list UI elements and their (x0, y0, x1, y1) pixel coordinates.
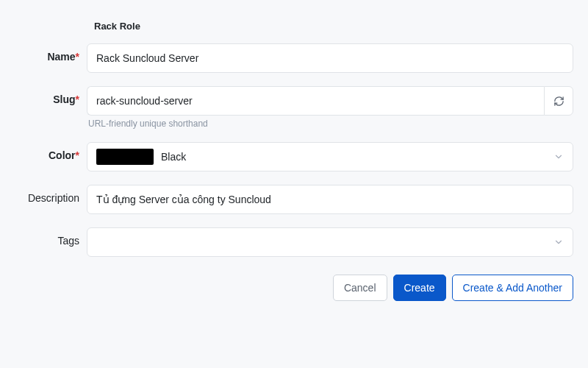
field-slug: URL-friendly unique shorthand (87, 86, 573, 129)
cancel-button[interactable]: Cancel (333, 275, 387, 301)
name-input[interactable] (87, 43, 573, 73)
label-name-text: Name (47, 51, 75, 63)
label-name: Name* (0, 43, 87, 63)
create-button[interactable]: Create (393, 275, 446, 301)
slug-regenerate-button[interactable] (544, 86, 573, 116)
row-color: Color* Black (0, 142, 573, 171)
row-slug: Slug* URL-friendly unique shorthand (0, 86, 573, 129)
label-slug-text: Slug (53, 93, 75, 105)
row-tags: Tags (0, 227, 573, 257)
color-select-label: Black (161, 151, 553, 163)
label-color: Color* (0, 142, 87, 161)
section-title: Rack Role (94, 21, 573, 32)
color-swatch (96, 149, 154, 165)
row-description: Description (0, 185, 573, 214)
field-tags (87, 227, 573, 257)
description-input[interactable] (87, 185, 573, 214)
field-name (87, 43, 573, 73)
refresh-icon (553, 96, 564, 107)
label-description: Description (0, 185, 87, 204)
label-tags-text: Tags (57, 235, 79, 247)
slug-help-text: URL-friendly unique shorthand (88, 118, 573, 129)
required-marker: * (76, 149, 79, 161)
tags-select[interactable] (87, 227, 573, 257)
field-color: Black (87, 142, 573, 171)
row-name: Name* (0, 43, 573, 73)
label-tags: Tags (0, 227, 87, 247)
color-select[interactable]: Black (87, 142, 573, 171)
slug-input[interactable] (87, 86, 544, 116)
chevron-down-icon (553, 237, 564, 247)
required-marker: * (76, 93, 79, 105)
slug-input-group (87, 86, 573, 116)
create-add-another-button[interactable]: Create & Add Another (452, 275, 573, 301)
label-slug: Slug* (0, 86, 87, 105)
required-marker: * (76, 51, 79, 63)
label-description-text: Description (28, 192, 79, 204)
chevron-down-icon (553, 152, 564, 162)
rack-role-form: Rack Role Name* Slug* URL-friendly uniqu… (0, 0, 588, 316)
button-row: Cancel Create Create & Add Another (0, 275, 573, 301)
label-color-text: Color (49, 149, 76, 161)
field-description (87, 185, 573, 214)
